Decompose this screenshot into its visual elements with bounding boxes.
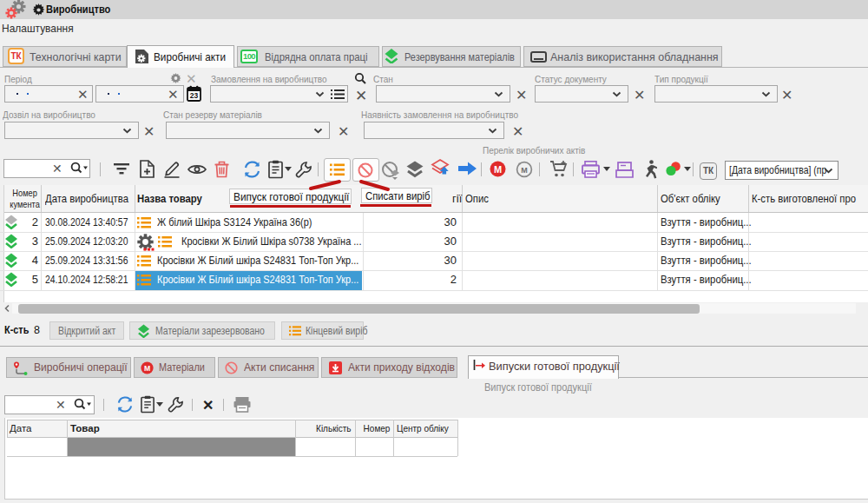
svg-text:M: M bbox=[494, 164, 502, 175]
svg-text:23: 23 bbox=[190, 91, 199, 100]
svg-text:M: M bbox=[521, 166, 528, 175]
svg-text:M: M bbox=[144, 364, 150, 373]
